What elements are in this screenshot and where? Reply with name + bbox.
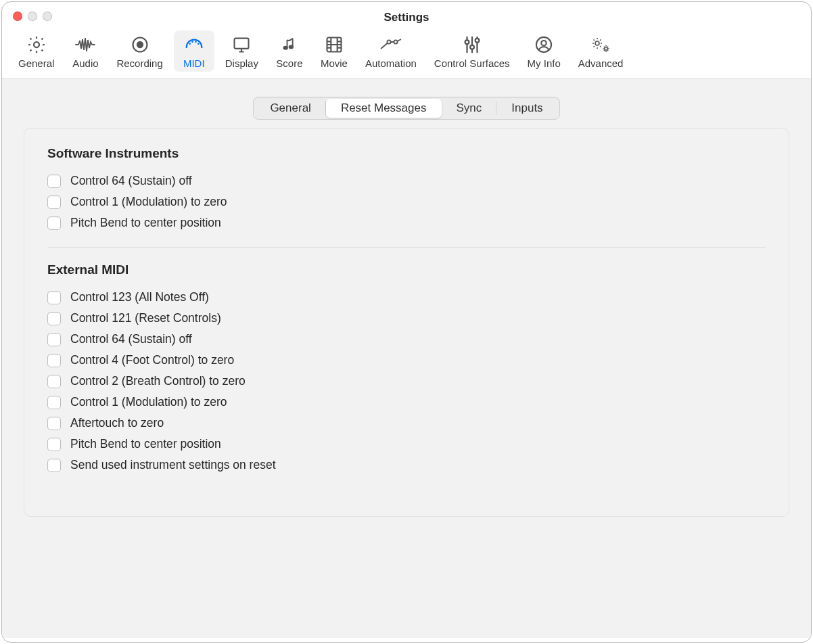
preferences-toolbar: General Audio Recording [2, 28, 811, 79]
option-label: Control 64 (Sustain) off [70, 332, 192, 346]
svg-point-18 [595, 41, 599, 45]
checkbox-si-control-64[interactable] [47, 175, 61, 188]
record-icon [128, 34, 152, 55]
minimize-window-button[interactable] [28, 12, 37, 21]
toolbar-tab-my-info[interactable]: My Info [521, 30, 567, 72]
waveform-icon [73, 34, 97, 55]
titlebar: Settings [2, 2, 811, 28]
option-label: Send used instrument settings on reset [70, 458, 276, 472]
svg-point-19 [605, 47, 607, 50]
checkbox-em-control-2[interactable] [47, 375, 61, 388]
toolbar-tab-movie[interactable]: Movie [314, 30, 354, 72]
toolbar-tab-display[interactable]: Display [218, 30, 265, 72]
content-area: General Reset Messages Sync Inputs Softw… [2, 79, 811, 638]
option-label: Control 2 (Breath Control) to zero [70, 374, 246, 388]
option-row: Control 4 (Foot Control) to zero [47, 350, 766, 371]
option-label: Pitch Bend to center position [70, 437, 221, 451]
toolbar-tab-recording[interactable]: Recording [110, 30, 169, 72]
option-row: Control 121 (Reset Controls) [47, 308, 766, 329]
option-row: Aftertouch to zero [47, 413, 766, 434]
svg-point-11 [387, 40, 390, 43]
checkbox-em-control-64[interactable] [47, 333, 61, 346]
svg-point-5 [195, 41, 197, 43]
svg-point-3 [189, 43, 191, 45]
option-label: Control 121 (Reset Controls) [70, 311, 221, 325]
close-window-button[interactable] [13, 12, 22, 21]
toolbar-label: Display [225, 58, 258, 69]
option-row: Control 1 (Modulation) to zero [47, 392, 766, 413]
svg-point-15 [475, 39, 479, 43]
checkbox-em-control-123[interactable] [47, 291, 61, 304]
option-label: Pitch Bend to center position [70, 216, 221, 230]
gears-icon [588, 34, 613, 55]
checkbox-em-control-1[interactable] [47, 396, 61, 409]
checkbox-em-aftertouch[interactable] [47, 417, 61, 430]
subtab-row: General Reset Messages Sync Inputs [2, 79, 811, 120]
midi-icon [182, 34, 206, 55]
svg-point-12 [394, 40, 397, 43]
option-row: Pitch Bend to center position [47, 434, 766, 455]
toolbar-label: Control Surfaces [434, 58, 510, 69]
subtab-inputs[interactable]: Inputs [496, 99, 557, 118]
svg-point-0 [34, 42, 39, 47]
toolbar-tab-audio[interactable]: Audio [65, 30, 106, 72]
svg-point-13 [465, 40, 469, 44]
option-row: Control 64 (Sustain) off [47, 329, 766, 350]
subtab-reset-messages[interactable]: Reset Messages [326, 99, 442, 118]
subtab-segmented-control: General Reset Messages Sync Inputs [253, 97, 559, 120]
toolbar-tab-midi[interactable]: MIDI [174, 30, 214, 72]
option-label: Control 4 (Foot Control) to zero [70, 353, 234, 367]
section-title-external-midi: External MIDI [47, 262, 766, 277]
section-divider [47, 247, 766, 248]
toolbar-label: General [18, 58, 54, 69]
window-title: Settings [384, 11, 429, 24]
checkbox-em-send-used[interactable] [47, 459, 61, 472]
option-row: Send used instrument settings on reset [47, 455, 766, 476]
display-icon [229, 34, 254, 55]
checkbox-si-control-1[interactable] [47, 196, 61, 209]
svg-point-14 [470, 45, 474, 49]
checkbox-em-pitch-bend[interactable] [47, 438, 61, 451]
option-row: Pitch Bend to center position [47, 212, 766, 233]
checkbox-em-control-4[interactable] [47, 354, 61, 367]
option-label: Aftertouch to zero [70, 416, 164, 430]
checkbox-si-pitch-bend[interactable] [47, 216, 61, 230]
option-label: Control 64 (Sustain) off [70, 174, 192, 188]
subtab-sync[interactable]: Sync [442, 99, 497, 118]
settings-panel: Software Instruments Control 64 (Sustain… [24, 128, 789, 517]
sliders-icon [460, 34, 484, 55]
settings-window: Settings General Audio [1, 1, 812, 643]
toolbar-label: Audio [72, 58, 98, 69]
toolbar-label: Recording [116, 58, 162, 69]
toolbar-tab-score[interactable]: Score [269, 30, 310, 72]
toolbar-label: Automation [365, 58, 417, 69]
toolbar-label: Advanced [578, 58, 624, 69]
checkbox-em-control-121[interactable] [47, 312, 61, 325]
svg-point-8 [283, 47, 287, 49]
svg-point-4 [191, 41, 193, 43]
gear-icon [24, 34, 49, 55]
svg-point-17 [541, 41, 546, 45]
option-label: Control 1 (Modulation) to zero [70, 195, 227, 209]
svg-rect-7 [235, 39, 249, 49]
toolbar-tab-automation[interactable]: Automation [358, 30, 423, 72]
svg-point-6 [198, 43, 200, 45]
toolbar-tab-general[interactable]: General [11, 30, 61, 72]
option-label: Control 1 (Modulation) to zero [70, 395, 227, 409]
svg-point-9 [289, 45, 293, 48]
section-title-software-instruments: Software Instruments [47, 146, 766, 161]
toolbar-label: My Info [528, 58, 561, 69]
option-row: Control 1 (Modulation) to zero [47, 191, 766, 212]
option-row: Control 64 (Sustain) off [47, 170, 766, 191]
toolbar-label: Movie [321, 58, 348, 69]
toolbar-label: Score [276, 58, 302, 69]
user-circle-icon [532, 34, 556, 55]
toolbar-label: MIDI [183, 58, 205, 69]
toolbar-tab-control-surfaces[interactable]: Control Surfaces [427, 30, 517, 72]
svg-point-2 [137, 42, 142, 47]
zoom-window-button[interactable] [43, 12, 52, 21]
subtab-general[interactable]: General [255, 99, 325, 118]
toolbar-tab-advanced[interactable]: Advanced [572, 30, 630, 72]
film-icon [322, 34, 346, 55]
option-label: Control 123 (All Notes Off) [70, 290, 209, 304]
